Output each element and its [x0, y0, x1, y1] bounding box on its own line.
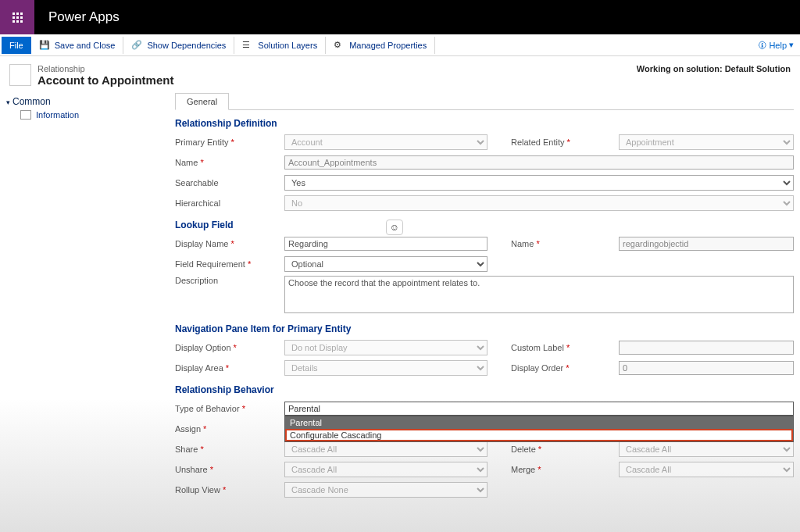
section-lookup-field: Lookup Field: [175, 220, 794, 230]
searchable-select[interactable]: Yes: [284, 175, 794, 191]
nav-item-label: Information: [36, 110, 79, 120]
label-name: Name: [175, 158, 198, 167]
label-field-requirement: Field Requirement: [175, 259, 245, 269]
help-link[interactable]: 🛈 Help ▾: [758, 40, 794, 50]
information-icon: [20, 110, 31, 120]
name-input[interactable]: [284, 155, 794, 170]
save-and-close-button[interactable]: Save and Close: [55, 41, 116, 50]
type-of-behavior-value: Parental: [284, 402, 794, 416]
display-order-input[interactable]: [619, 361, 794, 375]
label-lookup-name: Name: [511, 239, 534, 248]
working-on-solution: Working on solution: Default Solution: [637, 64, 791, 73]
label-merge: Merge: [511, 465, 535, 474]
dependencies-icon: 🔗: [131, 40, 142, 51]
label-description: Description: [175, 276, 284, 285]
breadcrumb: Relationship: [38, 64, 173, 73]
primary-entity-select[interactable]: Account: [284, 134, 488, 150]
page-title: Account to Appointment: [38, 73, 173, 87]
label-primary-entity: Primary Entity: [175, 137, 228, 147]
behavior-option-parental[interactable]: Parental: [285, 416, 793, 429]
label-hierarchical: Hierarchical: [175, 198, 284, 208]
label-display-order: Display Order: [511, 363, 563, 373]
hierarchical-select[interactable]: No: [284, 195, 794, 211]
label-searchable: Searchable: [175, 178, 284, 187]
feedback-icon[interactable]: ☺: [386, 220, 403, 235]
left-nav: Common Information: [0, 93, 162, 502]
help-label: Help: [769, 41, 787, 50]
label-related-entity: Related Entity: [511, 137, 564, 147]
command-bar: File 💾 Save and Close 🔗 Show Dependencie…: [0, 34, 800, 56]
app-title: Power Apps: [48, 9, 120, 25]
display-option-select[interactable]: Do not Display: [284, 340, 488, 355]
managed-properties-button[interactable]: Managed Properties: [349, 41, 427, 50]
top-bar: Power Apps: [0, 0, 800, 34]
lookup-name-input[interactable]: [619, 237, 794, 251]
type-of-behavior-options: Parental Configurable Cascading: [284, 416, 794, 442]
display-name-input[interactable]: [284, 237, 488, 251]
solution-layers-button[interactable]: Solution Layers: [258, 41, 317, 50]
save-icon: 💾: [39, 40, 50, 51]
nav-item-information[interactable]: Information: [6, 110, 156, 120]
page-header: Relationship Account to Appointment Work…: [0, 56, 800, 93]
related-entity-select[interactable]: Appointment: [619, 134, 794, 150]
label-rollup-view: Rollup View: [175, 485, 220, 495]
main-content: General Relationship Definition Primary …: [162, 93, 800, 502]
section-relationship-behavior: Relationship Behavior: [175, 384, 794, 395]
custom-label-input[interactable]: [619, 341, 794, 355]
section-relationship-definition: Relationship Definition: [175, 118, 794, 129]
label-unshare: Unshare: [175, 465, 208, 474]
label-display-area: Display Area: [175, 363, 223, 373]
label-type-of-behavior: Type of Behavior: [175, 404, 240, 413]
layers-icon: ☰: [242, 40, 253, 51]
help-icon: 🛈: [758, 41, 766, 50]
relationship-icon: [9, 64, 31, 86]
merge-select[interactable]: Cascade All: [619, 462, 794, 477]
behavior-option-configurable[interactable]: Configurable Cascading: [285, 429, 793, 441]
label-share: Share: [175, 445, 198, 454]
label-display-name: Display Name: [175, 239, 228, 248]
label-delete: Delete: [511, 445, 536, 454]
properties-icon: ⚙: [334, 40, 345, 51]
field-requirement-select[interactable]: Optional: [284, 256, 488, 272]
rollup-view-select[interactable]: Cascade None: [284, 482, 488, 498]
label-assign: Assign: [175, 424, 201, 434]
description-textarea[interactable]: Choose the record that the appointment r…: [284, 276, 794, 313]
delete-select[interactable]: Cascade All: [619, 441, 794, 457]
file-button[interactable]: File: [2, 37, 31, 54]
app-launcher-button[interactable]: [0, 0, 34, 34]
unshare-select[interactable]: Cascade All: [284, 462, 488, 477]
tab-general[interactable]: General: [175, 93, 229, 110]
share-select[interactable]: Cascade All: [284, 441, 488, 457]
display-area-select[interactable]: Details: [284, 360, 488, 376]
label-display-option: Display Option: [175, 343, 231, 352]
section-navigation-pane: Navigation Pane Item for Primary Entity: [175, 323, 794, 334]
nav-group-common[interactable]: Common: [6, 96, 156, 107]
label-custom-label: Custom Label: [511, 343, 564, 352]
show-dependencies-button[interactable]: Show Dependencies: [147, 41, 226, 50]
type-of-behavior-dropdown[interactable]: Parental Parental Configurable Cascading: [284, 402, 794, 416]
tab-bar: General: [175, 93, 794, 110]
waffle-icon: [12, 12, 23, 23]
